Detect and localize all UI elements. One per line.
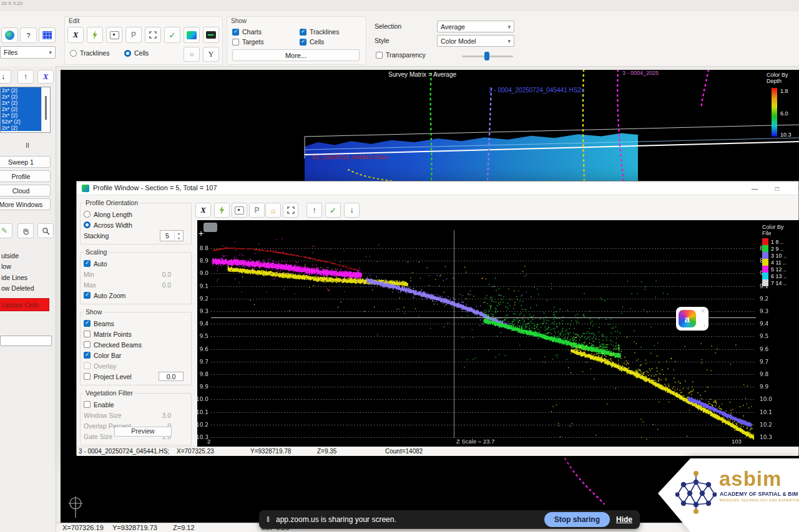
edit-cells-radio[interactable]: Cells bbox=[124, 49, 149, 57]
close-button[interactable]: × bbox=[788, 181, 799, 195]
matrix-cell-button[interactable] bbox=[203, 27, 219, 43]
transparency-checkbox[interactable]: Transparency bbox=[376, 51, 426, 59]
dialog-titlebar[interactable]: Profile Window - Section = 5, Total = 10… bbox=[77, 181, 798, 195]
lightning-button[interactable] bbox=[87, 27, 103, 43]
pan-hand-button[interactable] bbox=[17, 223, 34, 238]
more-windows-button[interactable]: More Windows bbox=[0, 198, 51, 210]
selection-dropdown[interactable]: Average ▾ bbox=[437, 21, 514, 32]
file-list-scrollbar[interactable] bbox=[41, 87, 50, 132]
file-list-item[interactable]: 2x* (2) bbox=[1, 100, 43, 106]
checkbox-icon[interactable] bbox=[84, 352, 91, 359]
zoom-app-widget[interactable]: a ✕ › bbox=[676, 307, 708, 331]
sweep-window-button[interactable]: Sweep 1 bbox=[0, 156, 51, 168]
file-list-item[interactable]: 2x* (2) bbox=[1, 87, 43, 94]
zoom-app-logo[interactable]: a bbox=[679, 310, 696, 327]
scrollbar-thumb[interactable] bbox=[45, 96, 47, 120]
preview-button[interactable]: Preview bbox=[114, 427, 172, 437]
update-cells-button[interactable]: Update Cells bbox=[0, 298, 49, 311]
row-auto[interactable]: Auto bbox=[84, 258, 189, 269]
file-list-item[interactable]: 2x* (2) bbox=[1, 112, 43, 118]
more-button[interactable]: More... bbox=[232, 49, 360, 61]
checkbox-icon[interactable] bbox=[84, 331, 91, 337]
expand-button[interactable] bbox=[145, 27, 161, 43]
checkbox-icon[interactable] bbox=[84, 260, 91, 267]
cell-edit-button[interactable] bbox=[106, 27, 122, 43]
show-targets-checkbox[interactable]: Targets bbox=[232, 38, 263, 46]
status-y: Y=9328719.78 bbox=[250, 448, 291, 455]
flag-button[interactable]: P bbox=[125, 27, 142, 43]
move-up-button[interactable]: ↑ bbox=[17, 70, 34, 84]
help-button[interactable]: ? bbox=[20, 27, 37, 43]
files-dropdown[interactable]: Files ▾ bbox=[0, 46, 56, 59]
sidebar-input[interactable] bbox=[0, 336, 52, 346]
checkbox-icon[interactable] bbox=[84, 341, 91, 348]
dlg-down-button[interactable]: ↓ bbox=[344, 203, 360, 218]
checkbox-icon[interactable] bbox=[84, 320, 91, 327]
circle-select-button[interactable]: ○ bbox=[184, 47, 200, 62]
row-beams[interactable]: Beams bbox=[84, 318, 189, 329]
move-down-button[interactable]: ↓ bbox=[0, 70, 11, 84]
row-across-width[interactable]: Across Width bbox=[84, 220, 189, 230]
dlg-cell-button[interactable] bbox=[232, 203, 247, 218]
row-input[interactable]: 0.0 bbox=[159, 372, 184, 381]
zoom-select-button[interactable] bbox=[37, 223, 54, 238]
radio-icon[interactable] bbox=[84, 221, 91, 228]
style-dropdown[interactable]: Color Model ▾ bbox=[437, 35, 514, 47]
widget-expand-icon[interactable]: › bbox=[703, 322, 705, 329]
row-color-bar[interactable]: Color Bar bbox=[84, 350, 189, 360]
dlg-expand-button[interactable] bbox=[283, 203, 298, 218]
checkbox-icon[interactable] bbox=[84, 373, 91, 380]
stacking-spinner[interactable]: 5▲▼ bbox=[160, 230, 184, 241]
edit-tracklines-radio[interactable]: Tracklines bbox=[70, 49, 109, 57]
profile-window-button[interactable]: Profile bbox=[0, 170, 51, 182]
z-scale-label: Z Scale = 23.7 bbox=[456, 438, 495, 445]
checkbox-icon[interactable] bbox=[84, 401, 91, 408]
delete-button[interactable]: X bbox=[67, 27, 84, 43]
profile-chart-canvas[interactable] bbox=[197, 220, 799, 447]
pause-icon[interactable]: ‖ bbox=[267, 515, 270, 524]
dlg-lightning-button[interactable] bbox=[214, 203, 230, 218]
accept-button[interactable]: ✓ bbox=[164, 27, 180, 43]
checkbox-icon[interactable] bbox=[84, 362, 91, 369]
color-model-button[interactable] bbox=[184, 27, 200, 43]
dlg-flag-button[interactable]: P bbox=[249, 203, 265, 218]
radio-icon[interactable] bbox=[84, 211, 91, 218]
spin-up-icon[interactable]: ▲ bbox=[175, 231, 183, 236]
maximize-button[interactable]: □ bbox=[766, 181, 788, 195]
hide-link[interactable]: Hide bbox=[616, 515, 632, 524]
file-list[interactable]: 2x* (2)2x* (2)2x* (2)2x* (2)2x* (2)52x* … bbox=[0, 87, 51, 133]
transparency-slider-handle[interactable] bbox=[484, 52, 489, 60]
widget-close-icon[interactable]: ✕ bbox=[700, 308, 705, 314]
row-overlay[interactable]: Overlay bbox=[84, 360, 189, 371]
delete-file-button[interactable]: X bbox=[37, 70, 54, 84]
spin-down-icon[interactable]: ▼ bbox=[175, 236, 183, 241]
file-list-item[interactable]: 2x* (2) bbox=[1, 106, 43, 112]
globe-button[interactable] bbox=[1, 27, 18, 43]
file-legend-entry: 7 14 .. bbox=[762, 279, 798, 286]
matrix-view-button[interactable] bbox=[39, 27, 56, 43]
show-tracklines-checkbox[interactable]: Tracklines bbox=[300, 28, 339, 36]
cloud-window-button[interactable]: Cloud bbox=[0, 185, 51, 196]
row-auto-zoom[interactable]: Auto Zoom bbox=[84, 290, 189, 301]
row-along-length[interactable]: Along Length bbox=[84, 209, 189, 220]
dlg-accept-button[interactable]: ✓ bbox=[325, 203, 341, 218]
y-tool-button[interactable]: Y bbox=[203, 47, 219, 62]
row-checked-beams[interactable]: Checked Beams bbox=[84, 339, 189, 350]
pause-indicator: II bbox=[0, 142, 55, 149]
file-list-item[interactable]: 2x* (2) bbox=[1, 94, 43, 100]
row-project-level[interactable]: Project Level0.0 bbox=[84, 371, 189, 382]
file-list-item[interactable]: 52x* (2) bbox=[1, 118, 43, 125]
checkbox-icon[interactable] bbox=[84, 292, 91, 299]
row-stacking[interactable]: Stacking5▲▼ bbox=[84, 230, 189, 241]
row-enable[interactable]: Enable bbox=[84, 399, 189, 410]
file-list-item[interactable]: 2x* (2) bbox=[1, 125, 43, 131]
show-charts-checkbox[interactable]: Charts bbox=[232, 28, 262, 36]
dlg-delete-button[interactable]: X bbox=[195, 203, 211, 218]
edit-pencil-button[interactable]: ✎ bbox=[0, 223, 12, 238]
stop-sharing-button[interactable]: Stop sharing bbox=[544, 512, 610, 527]
dlg-up-button[interactable]: ↑ bbox=[306, 203, 322, 218]
row-matrix-points[interactable]: Matrix Points bbox=[84, 329, 189, 339]
show-cells-checkbox[interactable]: Cells bbox=[300, 38, 324, 46]
minimize-button[interactable]: — bbox=[743, 181, 766, 195]
dlg-sun-button[interactable]: ☼ bbox=[265, 203, 281, 218]
